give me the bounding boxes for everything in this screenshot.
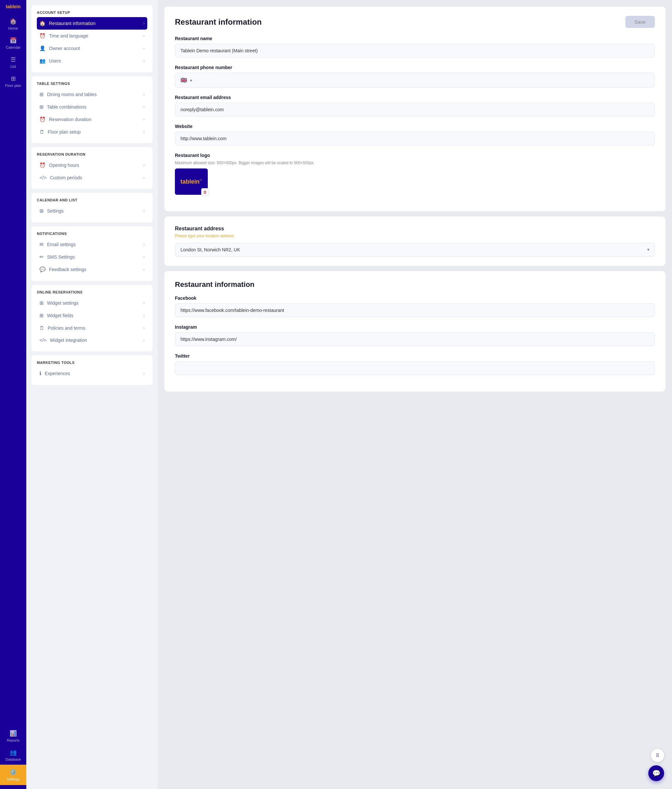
- users-icon: 👥: [40, 58, 46, 64]
- facebook-label: Facebook: [175, 295, 655, 301]
- sms-icon: ✏: [40, 254, 44, 260]
- settings-icon: ⚙️: [10, 768, 17, 776]
- instagram-input[interactable]: [175, 332, 655, 346]
- nav-item-database-label: Database: [5, 757, 21, 761]
- restaurant-phone-group: Restaurant phone number 🇬🇧 +: [175, 65, 655, 88]
- chevron-right-icon: ›: [143, 301, 145, 305]
- sidebar-item-restaurant-information[interactable]: 🏠 Restaurant information ›: [37, 17, 147, 30]
- sidebar-section-reservation-duration: RESERVATION DURATION ⏰ Opening hours › <…: [32, 147, 153, 189]
- chevron-right-icon: ›: [143, 105, 145, 109]
- twitter-group: Twitter: [175, 353, 655, 375]
- sidebar-item-custom-periods[interactable]: </> Custom periods ›: [37, 171, 147, 184]
- floorplan-icon: ⊞: [11, 75, 16, 82]
- sidebar-item-opening-hours-label: Opening hours: [49, 163, 140, 168]
- chevron-right-icon: ›: [143, 176, 145, 180]
- website-group: Website: [175, 124, 655, 145]
- restaurant-email-input[interactable]: [175, 103, 655, 117]
- restaurant-email-group: Restaurant email address: [175, 95, 655, 117]
- social-section-title: Restaurant information: [175, 280, 655, 289]
- chat-icon: 💬: [652, 769, 661, 777]
- sidebar-item-email-settings[interactable]: ✉ Email settings ›: [37, 238, 147, 251]
- chevron-right-icon: ›: [143, 46, 145, 51]
- basic-info-card: Restaurant information Save Restaurant n…: [164, 6, 666, 211]
- sidebar-item-sms-settings-label: SMS Settings: [47, 254, 140, 260]
- save-button[interactable]: Save: [625, 16, 655, 28]
- chevron-right-icon: ›: [143, 21, 145, 26]
- chevron-right-icon: ›: [143, 255, 145, 259]
- sidebar-item-time-language[interactable]: ⏰ Time and language ›: [37, 30, 147, 42]
- instagram-group: Instagram: [175, 324, 655, 346]
- sidebar-item-opening-hours[interactable]: ⏰ Opening hours ›: [37, 159, 147, 171]
- chevron-right-icon: ›: [143, 313, 145, 318]
- sidebar-item-table-combinations-label: Table combinations: [47, 104, 140, 110]
- sidebar-item-widget-settings[interactable]: ⊞ Widget settings ›: [37, 297, 147, 309]
- address-select[interactable]: London St, Norwich NR2, UK: [175, 243, 655, 257]
- nav-item-list[interactable]: ☰ List: [0, 53, 26, 72]
- chevron-right-icon: ›: [143, 326, 145, 331]
- logo-delete-button[interactable]: 🗑: [201, 188, 209, 196]
- website-label: Website: [175, 124, 655, 129]
- nav-item-reports-label: Reports: [7, 738, 20, 742]
- sidebar-item-feedback-settings[interactable]: 💬 Feedback settings ›: [37, 263, 147, 276]
- twitter-label: Twitter: [175, 353, 655, 359]
- policies-icon: 🗒: [40, 325, 45, 331]
- sidebar-item-users[interactable]: 👥 Users ›: [37, 54, 147, 67]
- nav-item-settings-label: Settings: [6, 777, 20, 781]
- logo-orange: in: [16, 4, 21, 9]
- nav-item-reports[interactable]: 📊 Reports: [0, 727, 26, 746]
- sidebar-item-floor-plan-setup[interactable]: 🗒 Floor plan setup ›: [37, 126, 147, 138]
- sidebar-item-widget-fields[interactable]: ⊞ Widget fields ›: [37, 309, 147, 322]
- sidebar-item-reservation-duration[interactable]: ⏰ Reservation duration ›: [37, 113, 147, 126]
- address-section-title: Restaurant address: [175, 226, 655, 232]
- sidebar-item-dining-rooms[interactable]: ⊞ Dining rooms and tables ›: [37, 88, 147, 101]
- custom-periods-icon: </>: [40, 175, 47, 180]
- sidebar-item-widget-settings-label: Widget settings: [47, 300, 140, 306]
- phone-input-wrapper[interactable]: 🇬🇧 +: [175, 73, 655, 88]
- logo-tm: ™: [199, 179, 202, 182]
- sidebar-section-marketing-tools-title: MARKETING TOOLS: [37, 361, 147, 364]
- restaurant-name-input[interactable]: [175, 44, 655, 57]
- restaurant-email-label: Restaurant email address: [175, 95, 655, 100]
- sidebar-item-sms-settings[interactable]: ✏ SMS Settings ›: [37, 251, 147, 263]
- address-select-wrapper: London St, Norwich NR2, UK ▼: [175, 243, 655, 257]
- reservation-dur-icon: ⏰: [40, 117, 46, 122]
- nav-item-database[interactable]: 👥 Database: [0, 746, 26, 765]
- sidebar-item-table-combinations[interactable]: ⊞ Table combinations ›: [37, 101, 147, 113]
- time-icon: ⏰: [40, 33, 46, 39]
- sidebar-item-feedback-settings-label: Feedback settings: [49, 267, 140, 272]
- sidebar-item-experiences[interactable]: ℹ Experiences ›: [37, 367, 147, 380]
- chat-button[interactable]: 💬: [648, 765, 664, 781]
- chevron-right-icon: ›: [143, 163, 145, 168]
- sidebar-section-online-reservations-title: ONLINE RESERVATIONS: [37, 290, 147, 294]
- sidebar-item-calendar-settings[interactable]: ⊞ Settings ›: [37, 204, 147, 217]
- chevron-right-icon: ›: [143, 117, 145, 122]
- main-content: Restaurant information Save Restaurant n…: [158, 0, 672, 789]
- facebook-input[interactable]: [175, 303, 655, 317]
- sidebar-item-widget-integration[interactable]: </> Widget integration ›: [37, 334, 147, 346]
- sidebar-item-policies-terms[interactable]: 🗒 Policies and terms ›: [37, 322, 147, 334]
- chevron-right-icon: ›: [143, 242, 145, 247]
- sidebar-section-notifications-title: NOTIFICATIONS: [37, 232, 147, 236]
- sidebar-item-owner-account[interactable]: 👤 Owner account ›: [37, 42, 147, 54]
- nav-item-home[interactable]: 🏠 Home: [0, 14, 26, 34]
- logo-container: tablein™ 🗑: [175, 168, 208, 195]
- sidebar-item-custom-periods-label: Custom periods: [50, 175, 140, 180]
- nav-item-calendar[interactable]: 📅 Calendar: [0, 34, 26, 53]
- grid-button[interactable]: ⠿: [651, 749, 664, 762]
- chevron-right-icon: ›: [143, 267, 145, 272]
- table-comb-icon: ⊞: [40, 104, 44, 110]
- sidebar-item-experiences-label: Experiences: [45, 371, 140, 376]
- sidebar-section-calendar-list: CALENDAR AND LIST ⊞ Settings ›: [32, 193, 153, 222]
- nav-item-home-label: Home: [8, 26, 18, 30]
- nav-item-settings[interactable]: ⚙️ Settings: [0, 765, 26, 785]
- nav-item-floorplan[interactable]: ⊞ Floor plan: [0, 72, 26, 91]
- app-logo: tablein: [6, 4, 21, 9]
- address-card: Restaurant address Please type your loca…: [164, 217, 666, 266]
- twitter-input[interactable]: [175, 361, 655, 375]
- chevron-right-icon: ›: [143, 59, 145, 63]
- dining-icon: ⊞: [40, 91, 44, 97]
- sidebar-section-marketing-tools: MARKETING TOOLS ℹ Experiences ›: [32, 355, 153, 385]
- instagram-label: Instagram: [175, 324, 655, 330]
- website-input[interactable]: [175, 132, 655, 145]
- floor-plan-icon: 🗒: [40, 129, 45, 134]
